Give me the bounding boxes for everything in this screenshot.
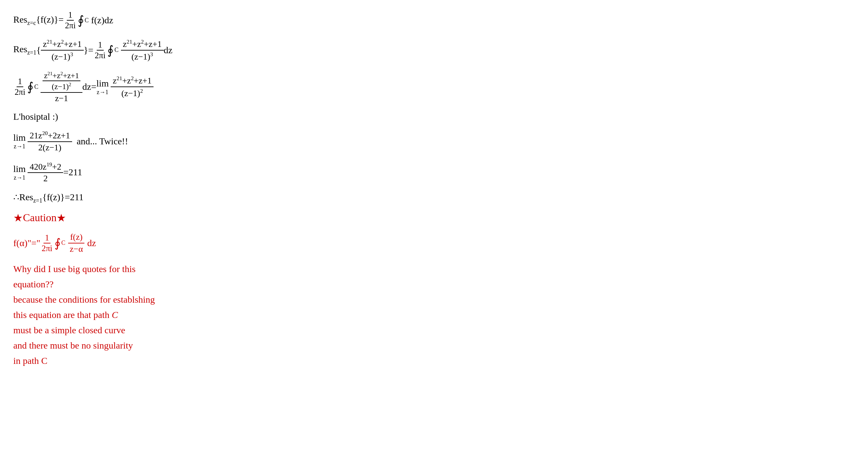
frac-residue-arg: z21+z2+z+1 (z−1)3	[41, 38, 84, 62]
lim-text-2: lim	[13, 132, 26, 143]
frac-lhopital-num: 21z20+2z+1	[28, 130, 72, 142]
and-twice: and... Twice!!	[72, 136, 128, 147]
lim-text-3: lim	[13, 164, 26, 174]
res-sub-2: z=1	[27, 49, 36, 56]
frac-den-2: (z−1)3	[50, 51, 75, 62]
caution-star-right: ★	[57, 211, 66, 224]
frac-line3-num: z21+z2+z+1 (z−1)2	[40, 69, 82, 93]
brace-open: {	[36, 45, 40, 56]
frac-1-2pi-3: 1 2πi	[13, 77, 27, 97]
res-sub-7: z=1	[33, 197, 42, 204]
lim-text-1: lim	[96, 78, 108, 89]
frac-1-2pi-2: 1 2πi	[93, 40, 107, 60]
frac-num-2: z21+z2+z+1	[41, 38, 84, 51]
res-label: Resz=c{f(z)}=	[13, 14, 63, 27]
inner-frac-3: z21+z2+z+1 (z−1)2	[42, 70, 80, 91]
lim-sub-2: z→1	[13, 143, 25, 150]
caution-section: ★ Caution ★	[13, 211, 855, 224]
lim-sub-3: z→1	[13, 174, 25, 181]
frac-integrand-2: z21+z2+z+1 (z−1)3	[121, 38, 164, 62]
red-text-section: Why did I use big quotes for this equati…	[13, 262, 855, 368]
contour-sub-1: C	[85, 17, 89, 24]
caution-star-left: ★	[13, 211, 23, 224]
frac-lhopital-1: 21z20+2z+1 2(z−1)	[28, 130, 72, 153]
frac-red-num: 1	[43, 233, 51, 244]
caution-text: Caution	[23, 211, 57, 224]
therefore: ∴Resz=1{f(z)}=211	[13, 192, 84, 204]
frac-numerator: 1	[67, 10, 74, 21]
frac-line3-top: z21+z2+z+1 (z−1)2 z−1	[40, 69, 82, 104]
lhosiptal-text: L'hosiptal :)	[13, 111, 58, 122]
lim-sub-1: z→1	[97, 89, 108, 96]
frac-num-3: 1	[17, 77, 24, 87]
dz-red: dz	[85, 238, 96, 249]
contour-sub-red: C	[61, 239, 65, 247]
contour-integral-3: ∮	[27, 80, 34, 94]
dz-3: dz=	[83, 82, 96, 92]
contour-sub-2: C	[114, 47, 118, 54]
lim-block-2: lim z→1	[13, 132, 26, 150]
frac-cauchy-formula: f(z) z−α	[68, 231, 85, 255]
why-line-2: equation??	[13, 277, 855, 291]
frac-lhopital-2-den: 2	[41, 173, 50, 184]
res-sub: z=c	[27, 19, 36, 26]
contour-red: ∮	[55, 236, 61, 250]
f-alpha-text: f(α)"="	[13, 238, 40, 249]
formula-red-section: f(α)"=" 1 2πi ∮C f(z) z−α dz	[13, 231, 855, 255]
condition-line-2: must be a simple closed curve	[13, 323, 855, 337]
frac-1-2pi-red: 1 2πi	[40, 233, 54, 253]
frac-line3-den: z−1	[53, 93, 70, 104]
inner-frac-den: (z−1)2	[51, 81, 72, 91]
equals-211: =211	[63, 167, 82, 178]
lim-block-3: lim z→1	[13, 164, 26, 181]
frac-cauchy-num: f(z)	[68, 231, 85, 244]
integrand-1: f(z)dz	[91, 15, 113, 26]
condition-line-3: and there must be no singularity	[13, 339, 855, 352]
line-1: Resz=c{f(z)}= 1 2πi ∮C f(z)dz	[13, 10, 855, 31]
frac-num-2pi: 1	[97, 40, 104, 51]
condition-line-4: in path C	[13, 354, 855, 368]
frac-den-3: 2πi	[13, 87, 27, 97]
dz-2: dz	[164, 45, 173, 56]
lim-block-1: lim z→1	[96, 78, 108, 96]
contour-integral-1: ∮	[78, 13, 84, 27]
frac-red-den: 2πi	[40, 244, 54, 253]
frac-lhopital-2: 420z19+2 2	[28, 161, 63, 184]
brace-close: }=	[84, 45, 93, 56]
line-7: ∴Resz=1{f(z)}=211	[13, 192, 855, 204]
res-label-2: Resz=1	[13, 44, 36, 56]
line-3: 1 2πi ∮C z21+z2+z+1 (z−1)2 z−1 dz= lim z…	[13, 69, 855, 104]
condition-line-1: this equation are that path C	[13, 308, 855, 322]
line-6: lim z→1 420z19+2 2 =211	[13, 161, 855, 184]
frac-cauchy-den: z−α	[68, 244, 85, 255]
frac-integrand-num: z21+z2+z+1	[121, 38, 164, 51]
frac-den-2pi: 2πi	[93, 51, 107, 60]
lhosiptal-line: L'hosiptal :)	[13, 111, 855, 122]
frac-limit-den: (z−1)2	[119, 87, 145, 99]
frac-limit-num: z21+z2+z+1	[111, 75, 154, 87]
contour-integral-2: ∮	[107, 43, 114, 57]
because-line: because the conditions for establshing	[13, 293, 855, 307]
contour-sub-3: C	[34, 84, 38, 90]
line-5: lim z→1 21z20+2z+1 2(z−1) and... Twice!!	[13, 130, 855, 153]
frac-integrand-den: (z−1)3	[130, 51, 155, 62]
frac-1-2pi: 1 2πi	[63, 10, 77, 31]
frac-lhopital-2-num: 420z19+2	[28, 161, 63, 173]
why-line-1: Why did I use big quotes for this	[13, 262, 855, 276]
frac-limit-1: z21+z2+z+1 (z−1)2	[111, 75, 154, 99]
frac-denominator: 2πi	[63, 21, 77, 31]
line-2: Resz=1 { z21+z2+z+1 (z−1)3 }= 1 2πi ∮C z…	[13, 38, 855, 62]
frac-lhopital-den: 2(z−1)	[36, 142, 63, 153]
inner-frac-num: z21+z2+z+1	[42, 70, 80, 81]
